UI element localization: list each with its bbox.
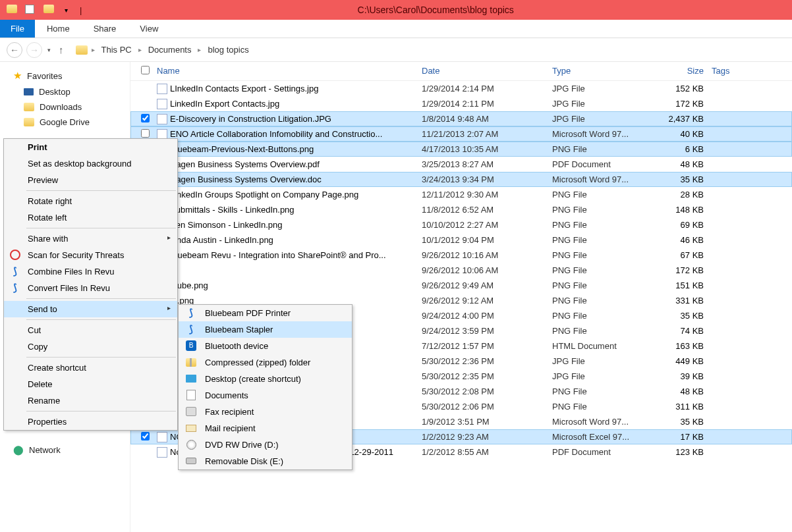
- column-size[interactable]: Size: [650, 66, 712, 76]
- file-row[interactable]: Bluebeam Revu - Integration into SharePo…: [130, 248, 792, 263]
- file-name: Bluebeam Revu - Integration into SharePo…: [170, 250, 422, 260]
- file-row[interactable]: LinkedIn Export Contacts.jpg1/29/2014 2:…: [130, 96, 792, 111]
- sidebar-desktop[interactable]: Desktop: [0, 84, 130, 99]
- properties-icon[interactable]: [25, 5, 36, 15]
- sidebar-favorites[interactable]: ★Favorites: [0, 67, 130, 84]
- file-size: 151 KB: [650, 280, 712, 290]
- file-row[interactable]: Hagen Business Systems Overview.pdf3/25/…: [130, 157, 792, 172]
- row-checkbox[interactable]: [141, 432, 157, 442]
- select-all-checkbox[interactable]: [141, 66, 157, 76]
- new-folder-icon[interactable]: [43, 5, 54, 15]
- file-row[interactable]: ENO Article Collaboration Infomobility a…: [130, 126, 792, 142]
- sidebar-google-drive[interactable]: Google Drive: [0, 115, 130, 130]
- sendto-desktop-shortcut[interactable]: Desktop (create shortcut): [179, 371, 352, 387]
- cm-combine-revu[interactable]: ⟆Combine Files In Revu: [4, 263, 177, 280]
- sendto-zipped[interactable]: Compressed (zipped) folder: [179, 354, 352, 371]
- file-tab[interactable]: File: [0, 20, 35, 38]
- sendto-bluebeam-stapler[interactable]: ⟆Bluebeam Stapler: [179, 321, 352, 338]
- zip-folder-icon: [185, 356, 197, 368]
- column-tags[interactable]: Tags: [712, 66, 792, 76]
- column-headers: Name Date Type Size Tags: [130, 62, 792, 81]
- file-date: 9/26/2012 10:06 AM: [422, 265, 552, 275]
- breadcrumb[interactable]: ▸ This PC ▸ Documents ▸ blog topics: [76, 43, 786, 56]
- file-date: 9/26/2012 9:12 AM: [422, 296, 552, 306]
- sidebar-label: Downloads: [40, 102, 82, 112]
- file-row[interactable]: E-Discovery in Construction Litigation.J…: [130, 111, 792, 126]
- monitor-icon: [24, 88, 34, 95]
- cm-create-shortcut[interactable]: Create shortcut: [4, 359, 177, 376]
- cm-scan-threats[interactable]: Scan for Security Threats: [4, 247, 177, 263]
- breadcrumb-folder[interactable]: blog topics: [205, 43, 251, 56]
- sendto-documents[interactable]: Documents: [179, 387, 352, 404]
- chevron-right-icon[interactable]: ▸: [92, 46, 95, 53]
- up-button[interactable]: ↑: [59, 44, 64, 55]
- documents-icon: [185, 389, 197, 401]
- sendto-removable[interactable]: Removable Disk (E:): [179, 453, 352, 469]
- column-type[interactable]: Type: [552, 66, 650, 76]
- chevron-right-icon[interactable]: ▸: [198, 46, 201, 53]
- cm-cut[interactable]: Cut: [4, 322, 177, 338]
- sendto-fax[interactable]: Fax recipient: [179, 404, 352, 420]
- sendto-bluebeam-pdf[interactable]: ⟆Bluebeam PDF Printer: [179, 305, 352, 321]
- file-row[interactable]: ...ube.png9/26/2012 9:49 AMPNG File151 K…: [130, 278, 792, 293]
- file-row[interactable]: LInkedIn Contacts Export - Settings.jpg1…: [130, 81, 792, 96]
- cm-copy[interactable]: Copy: [4, 338, 177, 355]
- cm-delete[interactable]: Delete: [4, 376, 177, 392]
- cm-print[interactable]: Print: [4, 139, 177, 155]
- breadcrumb-this-pc[interactable]: This PC: [99, 43, 134, 56]
- back-button[interactable]: ←: [7, 42, 22, 58]
- share-tab[interactable]: Share: [82, 20, 128, 38]
- folder-icon: [76, 45, 88, 55]
- cm-rename[interactable]: Rename: [4, 392, 177, 409]
- cm-label: Desktop (create shortcut): [205, 374, 301, 384]
- desktop-icon: [185, 373, 197, 385]
- cm-rotate-left[interactable]: Rotate left: [4, 209, 177, 226]
- file-row[interactable]: LinkedIn Groups Spotlight on Company Pag…: [130, 187, 792, 202]
- home-tab[interactable]: Home: [35, 20, 82, 38]
- sendto-bluetooth[interactable]: BBluetooth device: [179, 338, 352, 354]
- cm-convert-revu[interactable]: ⟆Convert Files In Revu: [4, 280, 177, 296]
- cm-preview[interactable]: Preview: [4, 172, 177, 188]
- sendto-dvd[interactable]: DVD RW Drive (D:): [179, 437, 352, 453]
- qat-chevron-icon[interactable]: ▾: [65, 7, 68, 14]
- file-type: PNG File: [552, 296, 650, 306]
- cm-set-background[interactable]: Set as desktop background: [4, 155, 177, 172]
- sendto-mail[interactable]: Mail recipient: [179, 420, 352, 437]
- row-checkbox[interactable]: [141, 114, 157, 124]
- breadcrumb-documents[interactable]: Documents: [146, 43, 194, 56]
- file-date: 1/9/2012 3:51 PM: [422, 417, 552, 427]
- usb-icon: [185, 455, 197, 467]
- file-row[interactable]: Linda Austin - LinkedIn.png10/1/2012 9:0…: [130, 232, 792, 248]
- cm-properties[interactable]: Properties: [4, 413, 177, 430]
- cm-send-to[interactable]: Send to▸: [4, 301, 177, 317]
- file-name: ENO Article Collaboration Infomobility a…: [170, 129, 422, 139]
- file-row[interactable]: ...9/26/2012 10:06 AMPNG File172 KB: [130, 263, 792, 278]
- file-name: Submittals - Skills - LinkedIn.png: [170, 205, 422, 215]
- file-row[interactable]: Ken Simonson - LinkedIn.png10/10/2012 2:…: [130, 217, 792, 232]
- cm-label: Mail recipient: [205, 423, 256, 433]
- file-name: E-Discovery in Construction Litigation.J…: [170, 114, 422, 124]
- file-icon: [157, 114, 170, 124]
- forward-button[interactable]: →: [26, 42, 42, 58]
- cm-rotate-right[interactable]: Rotate right: [4, 193, 177, 209]
- view-tab[interactable]: View: [128, 20, 170, 38]
- file-name: LinkedIn Export Contacts.jpg: [170, 99, 422, 109]
- file-row[interactable]: Bluebeam-Previous-Next-Buttons.png4/17/2…: [130, 142, 792, 157]
- file-row[interactable]: Submittals - Skills - LinkedIn.png11/8/2…: [130, 202, 792, 217]
- sidebar-network[interactable]: ⬤Network: [0, 442, 130, 458]
- cm-separator: [26, 228, 176, 228]
- file-size: 449 KB: [650, 356, 712, 366]
- history-chevron-icon[interactable]: ▾: [47, 47, 51, 53]
- file-icon: [157, 99, 170, 109]
- file-size: 35 KB: [650, 311, 712, 321]
- file-date: 5/30/2012 2:08 PM: [422, 386, 552, 396]
- file-size: 67 KB: [650, 250, 712, 260]
- cm-share-with[interactable]: Share with▸: [4, 230, 177, 247]
- sidebar-downloads[interactable]: Downloads: [0, 99, 130, 115]
- file-size: 17 KB: [650, 432, 712, 442]
- file-row[interactable]: Hagen Business Systems Overview.doc3/24/…: [130, 172, 792, 187]
- cm-label: Bluetooth device: [205, 341, 268, 351]
- column-name[interactable]: Name: [157, 66, 422, 76]
- chevron-right-icon[interactable]: ▸: [138, 46, 142, 53]
- column-date[interactable]: Date: [422, 66, 552, 76]
